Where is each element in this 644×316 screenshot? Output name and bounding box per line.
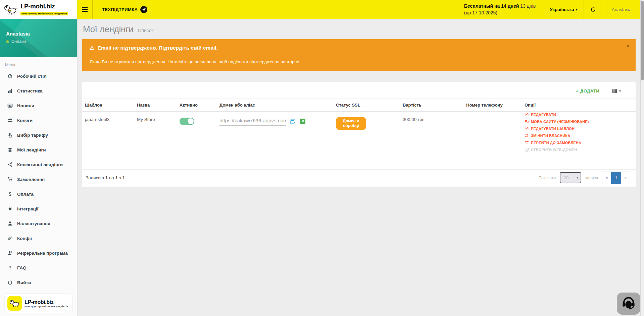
add-button[interactable]: + ДОДАТИ <box>576 88 599 94</box>
column-header-3: Активно <box>177 99 217 111</box>
sidebar-item-bar-chart[interactable]: Статистика <box>0 83 77 98</box>
page-scrollbar[interactable] <box>640 0 644 316</box>
copy-icon[interactable] <box>290 119 296 124</box>
question-icon: ? <box>7 265 13 271</box>
hand-pointer-icon <box>7 132 13 138</box>
scrollbar-thumb[interactable] <box>641 1 644 80</box>
sidebar-item-share[interactable]: Колективні лендінги <box>0 157 77 172</box>
table-header-row: ШаблонНазваАктивноДомен або аліасСтатус … <box>82 99 636 112</box>
options-list: РЕДАГУВАТИМОВА САЙТУ (НЕЗМІНЮВАНЕ)РЕДАГУ… <box>522 112 636 169</box>
column-header-8: Опції <box>522 99 636 111</box>
plus-icon: + <box>576 88 579 94</box>
news-icon <box>7 103 13 109</box>
add-button-label: ДОДАТИ <box>580 88 599 93</box>
edit-icon <box>525 112 529 117</box>
trial-until: (до 17.10.2025) <box>464 9 536 16</box>
trial-plan: Бесплатный на 14 дней <box>464 3 519 9</box>
option-edit[interactable]: РЕДАГУВАТИ ШАБЛОН <box>525 126 633 131</box>
support-label: ТЕХПІДТРИМКА <box>102 7 138 12</box>
open-link-icon[interactable]: ↗ <box>300 119 305 124</box>
sidebar-item-users[interactable]: Колеги <box>0 113 77 128</box>
page-subtitle: Список <box>138 28 154 33</box>
user-panel: Anastasia Онлайн <box>0 19 77 57</box>
dashboard-icon <box>7 73 13 79</box>
topbar-username[interactable]: Anastasia <box>603 0 640 19</box>
sidebar-item-dashboard[interactable]: Робочий стіл <box>0 69 77 83</box>
option-exchange[interactable]: ЗМІНИТИ ВЛАСНИКА <box>525 133 633 138</box>
user-name: Anastasia <box>6 31 77 37</box>
language-selector[interactable]: Українська ▾ <box>544 0 583 19</box>
landings-card: + ДОДАТИ ▾ ШаблонНазваАктивноДомен або а… <box>82 82 636 187</box>
sidebar-item-user-plus[interactable]: Реферальна програма <box>0 246 77 260</box>
active-toggle[interactable] <box>180 118 194 125</box>
column-header-6: Вартість <box>400 99 463 111</box>
support-chat-button[interactable] <box>617 293 640 315</box>
chevron-down-icon: ▾ <box>576 8 578 11</box>
cell-price: 300.00 грн <box>400 112 463 169</box>
close-icon[interactable]: × <box>626 43 630 49</box>
user-status: Онлайн <box>11 39 26 44</box>
column-header-5: Статус SSL <box>333 99 400 111</box>
option-language[interactable]: МОВА САЙТУ (НЕЗМІНЮВАНЕ) <box>525 119 633 124</box>
refresh-icon <box>590 7 596 12</box>
table-row: japan-steel3 My Store ↗ Д <box>82 112 636 169</box>
sidebar-item-hand-pointer[interactable]: Вибір тарифу <box>0 128 77 142</box>
column-header-7: Номер телефону <box>463 99 522 111</box>
sidebar-item-layers[interactable]: Мої лендінги <box>0 142 77 157</box>
edit-icon <box>525 126 529 131</box>
option-cart[interactable]: ПЕРЕЙТИ ДО ЗАМОВЛЕНЬ <box>525 140 633 145</box>
alert-text: Якщо Ви не отримали підтвердження. <box>90 59 168 64</box>
topbar: ТЕХПІДТРИМКА Бесплатный на 14 дней 13 дн… <box>77 0 640 19</box>
user-plus-icon <box>7 250 13 256</box>
email-alert-banner: ⚠ Email не підтверджено. Підтвердіть сві… <box>82 39 636 71</box>
pager-next-button[interactable]: » <box>621 172 630 184</box>
support-button[interactable]: ТЕХПІДТРИМКА <box>93 0 157 19</box>
sidebar-item-cart[interactable]: Замовлення <box>0 172 77 187</box>
sidebar-item-power[interactable]: Вийти <box>0 275 77 290</box>
power-icon <box>7 280 13 286</box>
footer-logo[interactable]: LP-mobi.biz Конструктор мобільних лендін… <box>5 294 72 313</box>
main-content: Мої лендінги Список ⚠ Email не підтвердж… <box>77 19 640 316</box>
bar-chart-icon <box>7 88 13 94</box>
ssl-status-badge: Домен в обробці <box>336 117 366 130</box>
view-toggle-button[interactable]: ▾ <box>612 88 621 93</box>
trial-info: Бесплатный на 14 дней 13 днів (до 17.10.… <box>464 0 544 19</box>
pager: « 1 » <box>602 172 630 184</box>
resend-confirmation-link[interactable]: Натисніть це посилання, щоб надіслати пі… <box>168 59 299 64</box>
user-icon <box>7 221 13 227</box>
exchange-icon <box>525 133 529 138</box>
pager-prev-button[interactable]: « <box>602 172 611 184</box>
sidebar-item-gears[interactable]: Конфіг <box>0 231 77 246</box>
table-footer: Записи з 1 по 1 з 1 Показати 20 ▾ записи… <box>82 169 636 187</box>
sidebar-item-user[interactable]: Налаштування <box>0 216 77 231</box>
option-clone-disabled: СТВОРИТИ WEB-ДОМЕН <box>525 147 633 152</box>
sidebar-item-question[interactable]: ?FAQ <box>0 260 77 275</box>
cell-phone <box>463 112 522 169</box>
hamburger-menu-button[interactable] <box>77 0 93 19</box>
dog-logo-icon <box>3 4 18 15</box>
sidebar-item-news[interactable]: Новини <box>0 98 77 113</box>
logo[interactable]: LP-mobi.biz Конструктор мобильных лендин… <box>0 0 77 19</box>
sidebar-item-dollar[interactable]: $Оплата <box>0 187 77 201</box>
column-header-1: Шаблон <box>82 99 134 111</box>
plug-icon <box>7 206 13 212</box>
brand-tagline: Конструктор мобільних лендінгів <box>24 305 68 308</box>
layers-icon <box>7 147 13 153</box>
cell-name: My Store <box>134 112 177 169</box>
refresh-button[interactable] <box>584 0 603 19</box>
pager-page-1[interactable]: 1 <box>611 172 621 184</box>
trial-days-left: 13 днів <box>520 3 536 9</box>
sidebar-item-plug[interactable]: Інтеграції <box>0 201 77 216</box>
language-icon <box>525 119 529 124</box>
grid-view-icon <box>612 88 617 93</box>
footer-logo-badge <box>7 296 22 311</box>
gears-icon <box>7 236 13 241</box>
chevron-down-icon: ▾ <box>619 89 621 93</box>
option-edit[interactable]: РЕДАГУВАТИ <box>525 112 633 117</box>
page-size-select[interactable]: 20 ▾ <box>560 172 581 183</box>
svg-text:$: $ <box>9 191 11 197</box>
sidebar-menu-container: Меню Робочий стілСтатистикаНовиниКолегиВ… <box>0 57 77 292</box>
show-label: Показати <box>538 176 555 180</box>
domain-input[interactable] <box>219 117 286 126</box>
chevron-down-icon: ▾ <box>577 176 578 180</box>
